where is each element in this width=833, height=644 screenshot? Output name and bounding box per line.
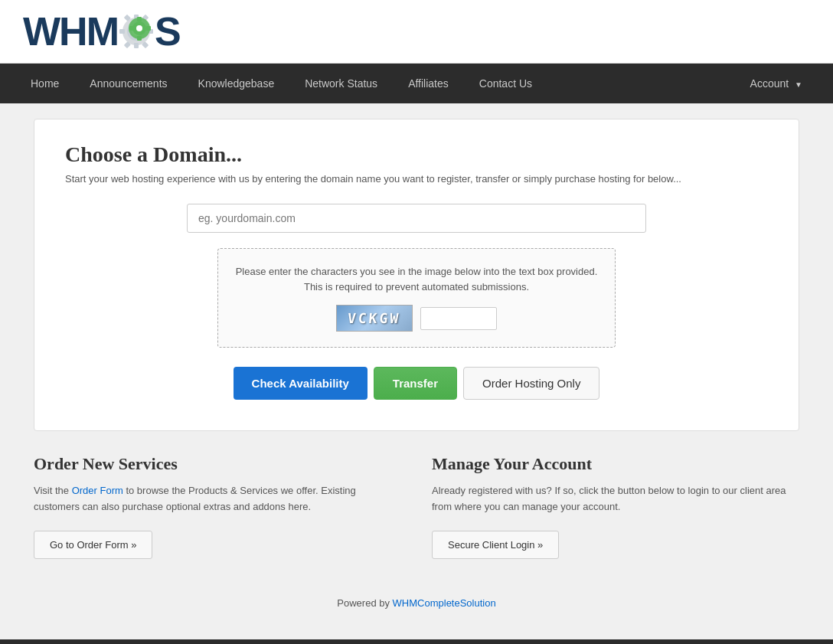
logo: WHM (23, 11, 810, 51)
captcha-row: VCKGW (234, 305, 599, 332)
chevron-down-icon: ▼ (795, 80, 802, 89)
captcha-code: VCKGW (347, 310, 401, 326)
two-columns: Order New Services Visit the Order Form … (34, 454, 799, 559)
nav-item-home[interactable]: Home (15, 64, 74, 103)
svg-rect-6 (119, 29, 125, 34)
captcha-box: Please enter the characters you see in t… (217, 248, 616, 348)
order-services-col: Order New Services Visit the Order Form … (34, 454, 401, 559)
transfer-button[interactable]: Transfer (374, 367, 457, 400)
order-services-title: Order New Services (34, 454, 401, 474)
order-hosting-button[interactable]: Order Hosting Only (463, 367, 599, 400)
header: WHM (0, 0, 833, 64)
captcha-input[interactable] (420, 307, 497, 330)
go-to-order-form-button[interactable]: Go to Order Form » (34, 531, 152, 559)
order-services-desc: Visit the Order Form to browse the Produ… (34, 483, 401, 515)
svg-rect-14 (137, 17, 142, 21)
nav-item-knowledgebase[interactable]: Knowledgebase (183, 64, 290, 103)
domain-input[interactable] (187, 204, 646, 233)
domain-input-wrap (65, 204, 768, 233)
svg-point-13 (136, 25, 142, 31)
domain-subtitle: Start your web hosting experience with u… (65, 173, 768, 185)
manage-account-col: Manage Your Account Already registered w… (432, 454, 799, 559)
domain-section: Choose a Domain... Start your web hostin… (34, 119, 799, 431)
gear-icon (116, 11, 156, 51)
nav-item-affiliates[interactable]: Affiliates (393, 64, 464, 103)
check-availability-button[interactable]: Check Availability (234, 367, 368, 400)
action-buttons: Check Availability Transfer Order Hostin… (65, 367, 768, 400)
main-content: Choose a Domain... Start your web hostin… (18, 119, 815, 624)
svg-rect-15 (137, 36, 142, 41)
nav-item-announcements[interactable]: Announcements (74, 64, 182, 103)
order-form-link[interactable]: Order Form (72, 485, 123, 496)
secure-client-login-button[interactable]: Secure Client Login » (432, 531, 559, 559)
svg-rect-16 (146, 26, 151, 31)
manage-account-desc: Already registered with us? If so, click… (432, 483, 799, 515)
svg-rect-4 (134, 43, 139, 48)
nav-item-contact-us[interactable]: Contact Us (464, 64, 547, 103)
nav-item-account[interactable]: Account ▼ (735, 64, 818, 103)
svg-rect-17 (129, 26, 134, 31)
whmcs-link[interactable]: WHMCompleteSolution (393, 597, 496, 609)
domain-title: Choose a Domain... (65, 142, 768, 167)
navbar: Home Announcements Knowledgebase Network… (0, 64, 833, 103)
nav-item-network-status[interactable]: Network Status (289, 64, 393, 103)
manage-account-title: Manage Your Account (432, 454, 799, 474)
footer-bar: Language: English Copyright © 2015 Compa… (0, 639, 833, 644)
powered-by: Powered by WHMCompleteSolution (34, 582, 799, 624)
captcha-image: VCKGW (336, 305, 412, 332)
captcha-instruction: Please enter the characters you see in t… (234, 264, 599, 294)
